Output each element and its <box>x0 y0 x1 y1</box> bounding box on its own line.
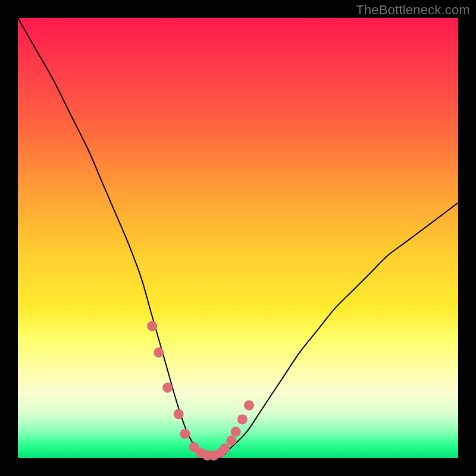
marker-point <box>180 429 190 439</box>
marker-point <box>174 409 184 419</box>
marker-point <box>220 443 230 453</box>
marker-point <box>162 383 173 393</box>
marker-point <box>226 436 236 446</box>
curve-svg <box>18 18 458 458</box>
marker-point <box>244 400 254 411</box>
marker-point <box>231 427 241 437</box>
bottleneck-curve-path <box>18 18 458 459</box>
marker-point <box>154 347 164 358</box>
plot-area <box>18 18 458 458</box>
marker-point <box>237 414 248 424</box>
chart-frame: TheBottleneck.com <box>0 0 476 476</box>
marker-group <box>147 321 254 461</box>
watermark-text: TheBottleneck.com <box>356 2 470 18</box>
marker-point <box>147 321 157 331</box>
